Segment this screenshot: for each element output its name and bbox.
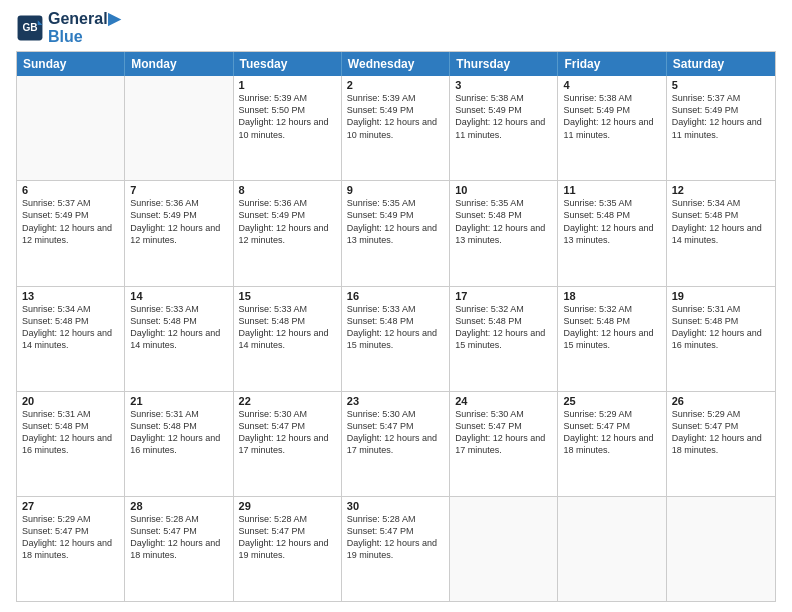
calendar-day-20: 20Sunrise: 5:31 AM Sunset: 5:48 PM Dayli… [17,392,125,496]
day-number: 6 [22,184,119,196]
day-info: Sunrise: 5:33 AM Sunset: 5:48 PM Dayligh… [239,303,336,352]
day-number: 29 [239,500,336,512]
day-number: 8 [239,184,336,196]
header-day-friday: Friday [558,52,666,76]
day-info: Sunrise: 5:29 AM Sunset: 5:47 PM Dayligh… [22,513,119,562]
day-info: Sunrise: 5:36 AM Sunset: 5:49 PM Dayligh… [130,197,227,246]
calendar-empty-cell [450,497,558,601]
calendar-day-23: 23Sunrise: 5:30 AM Sunset: 5:47 PM Dayli… [342,392,450,496]
day-number: 12 [672,184,770,196]
header-day-sunday: Sunday [17,52,125,76]
header-day-thursday: Thursday [450,52,558,76]
calendar-day-28: 28Sunrise: 5:28 AM Sunset: 5:47 PM Dayli… [125,497,233,601]
logo-icon: GB [16,14,44,42]
calendar-day-18: 18Sunrise: 5:32 AM Sunset: 5:48 PM Dayli… [558,287,666,391]
header: GB General▶ Blue [16,10,776,45]
logo: GB General▶ Blue [16,10,120,45]
calendar-day-6: 6Sunrise: 5:37 AM Sunset: 5:49 PM Daylig… [17,181,125,285]
day-info: Sunrise: 5:39 AM Sunset: 5:50 PM Dayligh… [239,92,336,141]
day-number: 22 [239,395,336,407]
day-info: Sunrise: 5:29 AM Sunset: 5:47 PM Dayligh… [672,408,770,457]
calendar-empty-cell [17,76,125,180]
day-info: Sunrise: 5:28 AM Sunset: 5:47 PM Dayligh… [239,513,336,562]
calendar-day-11: 11Sunrise: 5:35 AM Sunset: 5:48 PM Dayli… [558,181,666,285]
calendar-day-21: 21Sunrise: 5:31 AM Sunset: 5:48 PM Dayli… [125,392,233,496]
calendar-day-24: 24Sunrise: 5:30 AM Sunset: 5:47 PM Dayli… [450,392,558,496]
day-number: 13 [22,290,119,302]
day-number: 3 [455,79,552,91]
day-info: Sunrise: 5:35 AM Sunset: 5:49 PM Dayligh… [347,197,444,246]
calendar-day-7: 7Sunrise: 5:36 AM Sunset: 5:49 PM Daylig… [125,181,233,285]
day-info: Sunrise: 5:31 AM Sunset: 5:48 PM Dayligh… [22,408,119,457]
calendar-week-2: 6Sunrise: 5:37 AM Sunset: 5:49 PM Daylig… [17,181,775,286]
day-number: 18 [563,290,660,302]
day-number: 25 [563,395,660,407]
day-number: 14 [130,290,227,302]
day-info: Sunrise: 5:33 AM Sunset: 5:48 PM Dayligh… [347,303,444,352]
calendar-day-3: 3Sunrise: 5:38 AM Sunset: 5:49 PM Daylig… [450,76,558,180]
day-number: 27 [22,500,119,512]
day-info: Sunrise: 5:31 AM Sunset: 5:48 PM Dayligh… [672,303,770,352]
calendar-day-1: 1Sunrise: 5:39 AM Sunset: 5:50 PM Daylig… [234,76,342,180]
day-info: Sunrise: 5:35 AM Sunset: 5:48 PM Dayligh… [455,197,552,246]
day-info: Sunrise: 5:38 AM Sunset: 5:49 PM Dayligh… [455,92,552,141]
day-info: Sunrise: 5:29 AM Sunset: 5:47 PM Dayligh… [563,408,660,457]
day-number: 20 [22,395,119,407]
calendar-week-3: 13Sunrise: 5:34 AM Sunset: 5:48 PM Dayli… [17,287,775,392]
day-info: Sunrise: 5:37 AM Sunset: 5:49 PM Dayligh… [22,197,119,246]
day-number: 2 [347,79,444,91]
calendar-day-4: 4Sunrise: 5:38 AM Sunset: 5:49 PM Daylig… [558,76,666,180]
calendar-day-25: 25Sunrise: 5:29 AM Sunset: 5:47 PM Dayli… [558,392,666,496]
header-day-saturday: Saturday [667,52,775,76]
calendar-day-22: 22Sunrise: 5:30 AM Sunset: 5:47 PM Dayli… [234,392,342,496]
calendar-day-17: 17Sunrise: 5:32 AM Sunset: 5:48 PM Dayli… [450,287,558,391]
day-info: Sunrise: 5:34 AM Sunset: 5:48 PM Dayligh… [22,303,119,352]
calendar-week-1: 1Sunrise: 5:39 AM Sunset: 5:50 PM Daylig… [17,76,775,181]
day-info: Sunrise: 5:35 AM Sunset: 5:48 PM Dayligh… [563,197,660,246]
day-info: Sunrise: 5:37 AM Sunset: 5:49 PM Dayligh… [672,92,770,141]
calendar-empty-cell [558,497,666,601]
day-info: Sunrise: 5:34 AM Sunset: 5:48 PM Dayligh… [672,197,770,246]
day-number: 21 [130,395,227,407]
day-info: Sunrise: 5:28 AM Sunset: 5:47 PM Dayligh… [347,513,444,562]
logo-text: General▶ Blue [48,10,120,45]
calendar-day-8: 8Sunrise: 5:36 AM Sunset: 5:49 PM Daylig… [234,181,342,285]
day-info: Sunrise: 5:30 AM Sunset: 5:47 PM Dayligh… [239,408,336,457]
day-number: 4 [563,79,660,91]
day-number: 15 [239,290,336,302]
day-info: Sunrise: 5:33 AM Sunset: 5:48 PM Dayligh… [130,303,227,352]
calendar-week-4: 20Sunrise: 5:31 AM Sunset: 5:48 PM Dayli… [17,392,775,497]
header-day-monday: Monday [125,52,233,76]
day-number: 17 [455,290,552,302]
day-number: 28 [130,500,227,512]
calendar-empty-cell [667,497,775,601]
day-number: 23 [347,395,444,407]
day-number: 5 [672,79,770,91]
calendar: SundayMondayTuesdayWednesdayThursdayFrid… [16,51,776,602]
day-info: Sunrise: 5:30 AM Sunset: 5:47 PM Dayligh… [455,408,552,457]
header-day-tuesday: Tuesday [234,52,342,76]
calendar-day-14: 14Sunrise: 5:33 AM Sunset: 5:48 PM Dayli… [125,287,233,391]
day-info: Sunrise: 5:39 AM Sunset: 5:49 PM Dayligh… [347,92,444,141]
calendar-day-2: 2Sunrise: 5:39 AM Sunset: 5:49 PM Daylig… [342,76,450,180]
calendar-day-10: 10Sunrise: 5:35 AM Sunset: 5:48 PM Dayli… [450,181,558,285]
calendar-day-26: 26Sunrise: 5:29 AM Sunset: 5:47 PM Dayli… [667,392,775,496]
calendar-day-9: 9Sunrise: 5:35 AM Sunset: 5:49 PM Daylig… [342,181,450,285]
day-info: Sunrise: 5:36 AM Sunset: 5:49 PM Dayligh… [239,197,336,246]
calendar-body: 1Sunrise: 5:39 AM Sunset: 5:50 PM Daylig… [17,76,775,601]
calendar-day-30: 30Sunrise: 5:28 AM Sunset: 5:47 PM Dayli… [342,497,450,601]
day-number: 16 [347,290,444,302]
day-info: Sunrise: 5:32 AM Sunset: 5:48 PM Dayligh… [563,303,660,352]
calendar-empty-cell [125,76,233,180]
day-number: 10 [455,184,552,196]
day-info: Sunrise: 5:38 AM Sunset: 5:49 PM Dayligh… [563,92,660,141]
calendar-day-19: 19Sunrise: 5:31 AM Sunset: 5:48 PM Dayli… [667,287,775,391]
calendar-day-13: 13Sunrise: 5:34 AM Sunset: 5:48 PM Dayli… [17,287,125,391]
day-number: 19 [672,290,770,302]
calendar-header-row: SundayMondayTuesdayWednesdayThursdayFrid… [17,52,775,76]
day-info: Sunrise: 5:32 AM Sunset: 5:48 PM Dayligh… [455,303,552,352]
calendar-day-5: 5Sunrise: 5:37 AM Sunset: 5:49 PM Daylig… [667,76,775,180]
page: GB General▶ Blue SundayMondayTuesdayWedn… [0,0,792,612]
calendar-day-27: 27Sunrise: 5:29 AM Sunset: 5:47 PM Dayli… [17,497,125,601]
header-day-wednesday: Wednesday [342,52,450,76]
